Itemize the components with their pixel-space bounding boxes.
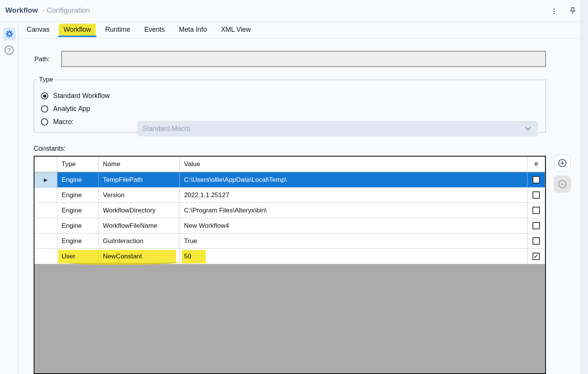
table-row[interactable]: Engine WorkflowDirectory C:\Program File… (34, 203, 545, 218)
add-constant-button[interactable] (554, 155, 571, 171)
path-label: Path: (34, 56, 50, 63)
current-row-marker-icon: ▶ (44, 177, 48, 183)
radio-macro[interactable]: Macro: (41, 118, 73, 126)
panel-titlebar: Workflow - Configuration (0, 0, 581, 22)
configuration-tab-button[interactable] (3, 28, 16, 40)
panel-title: Workflow - Configuration (5, 6, 90, 15)
active-tab-underline (58, 36, 96, 37)
more-options-icon[interactable] (550, 7, 558, 16)
radio-button-icon (41, 92, 48, 100)
pin-icon[interactable] (567, 5, 578, 17)
path-input[interactable] (61, 51, 546, 67)
configuration-tabs: Canvas Workflow Runtime Events Meta Info… (19, 22, 581, 39)
row-checkbox[interactable] (533, 222, 540, 229)
table-row-user-constant[interactable]: User NewConstant 50 ✓ (34, 249, 545, 264)
column-header-check: # (528, 157, 545, 172)
row-checkbox-checked[interactable]: ✓ (533, 253, 540, 260)
gear-icon (5, 30, 13, 38)
column-header-name: Name (99, 157, 180, 172)
panel-subtitle: - Configuration (42, 6, 90, 14)
tab-meta-info[interactable]: Meta Info (175, 22, 211, 38)
radio-button-icon (41, 118, 48, 126)
row-checkbox[interactable] (533, 176, 540, 183)
type-group-legend: Type (37, 76, 55, 83)
panel-edge-gutter (581, 0, 588, 374)
table-row[interactable]: Engine WorkflowFileName New Workflow4 (34, 218, 545, 234)
column-header-type: Type (57, 157, 99, 172)
row-checkbox[interactable] (533, 207, 540, 214)
config-sidebar: ? (0, 22, 18, 374)
radio-analytic-app[interactable]: Analytic App (41, 105, 90, 113)
tool-name: Workflow (5, 6, 38, 14)
tab-runtime[interactable]: Runtime (101, 22, 134, 38)
table-row[interactable]: ▶ Engine TempFilePath C:\Users\ollie\App… (34, 172, 545, 188)
row-checkbox[interactable] (533, 191, 540, 199)
radio-button-icon (41, 105, 48, 113)
constants-table: Type Name Value # ▶ Engine TempFilePath … (34, 156, 546, 374)
tab-workflow[interactable]: Workflow (60, 22, 95, 38)
tab-canvas[interactable]: Canvas (23, 22, 53, 38)
chevron-down-icon (525, 127, 531, 131)
type-group: Type Standard Workflow Analytic App Macr… (34, 76, 546, 132)
constants-label: Constants: (34, 145, 66, 153)
plus-circle-icon (557, 158, 567, 168)
row-selector-header (34, 157, 57, 172)
minus-circle-icon (557, 179, 567, 189)
remove-constant-button[interactable] (554, 176, 571, 193)
table-row[interactable]: Engine Version 2022.1.1.25127 (34, 188, 545, 203)
column-header-value: Value (180, 157, 528, 172)
macro-type-dropdown[interactable]: Standard Macro (137, 121, 538, 136)
radio-standard-workflow[interactable]: Standard Workflow (41, 92, 110, 100)
tab-xml-view[interactable]: XML View (217, 22, 255, 38)
tab-events[interactable]: Events (140, 22, 169, 38)
dropdown-selected-value: Standard Macro (137, 125, 525, 133)
table-header-row: Type Name Value # (34, 157, 545, 172)
table-row[interactable]: Engine GuiInteraction True (34, 234, 545, 249)
row-checkbox[interactable] (533, 237, 540, 245)
help-icon[interactable]: ? (5, 46, 14, 55)
